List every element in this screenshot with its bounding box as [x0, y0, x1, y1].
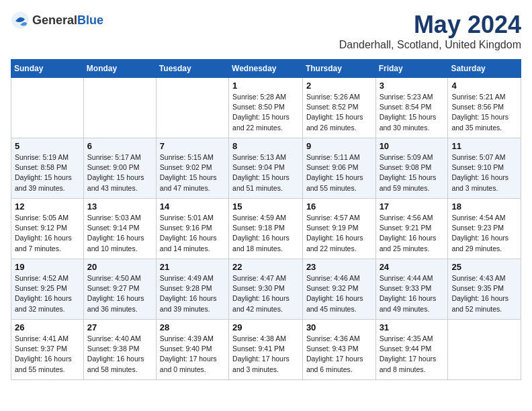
day-number: 20	[87, 262, 152, 272]
day-number: 14	[160, 201, 225, 212]
day-info: Sunrise: 4:47 AM Sunset: 9:30 PM Dayligh…	[232, 273, 299, 314]
calendar-cell: 21Sunrise: 4:49 AM Sunset: 9:28 PM Dayli…	[156, 259, 228, 320]
day-info: Sunrise: 4:35 AM Sunset: 9:44 PM Dayligh…	[380, 334, 445, 375]
calendar-cell	[448, 320, 521, 380]
calendar-cell: 7Sunrise: 5:15 AM Sunset: 9:02 PM Daylig…	[156, 138, 228, 199]
day-info: Sunrise: 5:21 AM Sunset: 8:56 PM Dayligh…	[451, 92, 517, 133]
day-number: 9	[306, 141, 372, 151]
calendar-cell: 28Sunrise: 4:39 AM Sunset: 9:40 PM Dayli…	[156, 320, 228, 380]
logo-blue: Blue	[77, 13, 103, 27]
day-info: Sunrise: 5:05 AM Sunset: 9:12 PM Dayligh…	[15, 213, 80, 254]
calendar-cell: 18Sunrise: 4:54 AM Sunset: 9:23 PM Dayli…	[448, 199, 521, 259]
calendar-cell: 8Sunrise: 5:13 AM Sunset: 9:04 PM Daylig…	[229, 138, 303, 199]
logo-text: GeneralBlue	[32, 13, 103, 28]
day-header-thursday: Thursday	[302, 60, 375, 78]
calendar-week-row: 26Sunrise: 4:41 AM Sunset: 9:37 PM Dayli…	[11, 320, 521, 380]
day-info: Sunrise: 5:15 AM Sunset: 9:02 PM Dayligh…	[160, 152, 225, 193]
day-number: 25	[451, 262, 517, 272]
day-info: Sunrise: 4:56 AM Sunset: 9:21 PM Dayligh…	[380, 213, 445, 254]
calendar-cell: 24Sunrise: 4:44 AM Sunset: 9:33 PM Dayli…	[375, 259, 448, 320]
calendar-table: SundayMondayTuesdayWednesdayThursdayFrid…	[11, 59, 521, 380]
day-number: 3	[380, 81, 445, 91]
day-info: Sunrise: 5:23 AM Sunset: 8:54 PM Dayligh…	[380, 92, 445, 133]
day-info: Sunrise: 4:40 AM Sunset: 9:38 PM Dayligh…	[87, 334, 152, 375]
day-number: 8	[232, 141, 299, 151]
day-info: Sunrise: 4:54 AM Sunset: 9:23 PM Dayligh…	[451, 213, 517, 254]
day-header-sunday: Sunday	[11, 60, 84, 78]
day-number: 23	[306, 262, 372, 272]
day-info: Sunrise: 4:52 AM Sunset: 9:25 PM Dayligh…	[15, 273, 80, 314]
day-number: 4	[451, 81, 517, 91]
day-number: 31	[380, 322, 445, 332]
main-title: May 2024	[339, 11, 521, 39]
day-number: 27	[87, 322, 152, 332]
day-number: 6	[87, 141, 152, 151]
day-number: 5	[15, 141, 80, 151]
day-info: Sunrise: 4:39 AM Sunset: 9:40 PM Dayligh…	[160, 334, 225, 375]
day-number: 1	[232, 81, 299, 91]
calendar-cell: 31Sunrise: 4:35 AM Sunset: 9:44 PM Dayli…	[375, 320, 448, 380]
calendar-cell: 6Sunrise: 5:17 AM Sunset: 9:00 PM Daylig…	[83, 138, 156, 199]
logo-icon	[11, 11, 30, 30]
day-number: 2	[306, 81, 372, 91]
calendar-week-row: 19Sunrise: 4:52 AM Sunset: 9:25 PM Dayli…	[11, 259, 521, 320]
day-number: 16	[306, 201, 372, 212]
calendar-cell: 23Sunrise: 4:46 AM Sunset: 9:32 PM Dayli…	[302, 259, 375, 320]
day-number: 11	[451, 141, 517, 151]
day-number: 19	[15, 262, 80, 272]
calendar-cell: 2Sunrise: 5:26 AM Sunset: 8:52 PM Daylig…	[302, 78, 375, 138]
logo: GeneralBlue	[11, 11, 103, 30]
calendar-header-row: SundayMondayTuesdayWednesdayThursdayFrid…	[11, 60, 521, 78]
page-header: GeneralBlue May 2024 Danderhall, Scotlan…	[11, 11, 521, 51]
calendar-cell: 29Sunrise: 4:38 AM Sunset: 9:41 PM Dayli…	[229, 320, 303, 380]
day-number: 10	[380, 141, 445, 151]
day-info: Sunrise: 4:36 AM Sunset: 9:43 PM Dayligh…	[306, 334, 372, 375]
day-info: Sunrise: 4:59 AM Sunset: 9:18 PM Dayligh…	[232, 213, 299, 254]
day-number: 7	[160, 141, 225, 151]
day-number: 26	[15, 322, 80, 332]
calendar-cell: 16Sunrise: 4:57 AM Sunset: 9:19 PM Dayli…	[302, 199, 375, 259]
day-header-monday: Monday	[83, 60, 156, 78]
calendar-cell: 13Sunrise: 5:03 AM Sunset: 9:14 PM Dayli…	[83, 199, 156, 259]
day-number: 13	[87, 201, 152, 212]
day-info: Sunrise: 5:28 AM Sunset: 8:50 PM Dayligh…	[232, 92, 299, 133]
logo-general: General	[32, 13, 77, 27]
day-info: Sunrise: 5:07 AM Sunset: 9:10 PM Dayligh…	[451, 152, 517, 193]
day-info: Sunrise: 5:13 AM Sunset: 9:04 PM Dayligh…	[232, 152, 299, 193]
calendar-cell: 11Sunrise: 5:07 AM Sunset: 9:10 PM Dayli…	[448, 138, 521, 199]
day-info: Sunrise: 5:26 AM Sunset: 8:52 PM Dayligh…	[306, 92, 372, 133]
calendar-cell: 4Sunrise: 5:21 AM Sunset: 8:56 PM Daylig…	[448, 78, 521, 138]
calendar-cell: 14Sunrise: 5:01 AM Sunset: 9:16 PM Dayli…	[156, 199, 228, 259]
title-section: May 2024 Danderhall, Scotland, United Ki…	[339, 11, 521, 51]
calendar-cell	[11, 78, 84, 138]
calendar-week-row: 5Sunrise: 5:19 AM Sunset: 8:58 PM Daylig…	[11, 138, 521, 199]
calendar-cell: 12Sunrise: 5:05 AM Sunset: 9:12 PM Dayli…	[11, 199, 84, 259]
calendar-cell: 3Sunrise: 5:23 AM Sunset: 8:54 PM Daylig…	[375, 78, 448, 138]
calendar-cell: 15Sunrise: 4:59 AM Sunset: 9:18 PM Dayli…	[229, 199, 303, 259]
day-info: Sunrise: 4:43 AM Sunset: 9:35 PM Dayligh…	[451, 273, 517, 314]
calendar-week-row: 1Sunrise: 5:28 AM Sunset: 8:50 PM Daylig…	[11, 78, 521, 138]
day-header-saturday: Saturday	[448, 60, 521, 78]
day-info: Sunrise: 5:17 AM Sunset: 9:00 PM Dayligh…	[87, 152, 152, 193]
day-number: 22	[232, 262, 299, 272]
calendar-cell: 9Sunrise: 5:11 AM Sunset: 9:06 PM Daylig…	[302, 138, 375, 199]
calendar-cell: 22Sunrise: 4:47 AM Sunset: 9:30 PM Dayli…	[229, 259, 303, 320]
day-info: Sunrise: 4:46 AM Sunset: 9:32 PM Dayligh…	[306, 273, 372, 314]
day-info: Sunrise: 4:44 AM Sunset: 9:33 PM Dayligh…	[380, 273, 445, 314]
day-number: 12	[15, 201, 80, 212]
subtitle: Danderhall, Scotland, United Kingdom	[339, 39, 521, 51]
day-info: Sunrise: 4:57 AM Sunset: 9:19 PM Dayligh…	[306, 213, 372, 254]
day-info: Sunrise: 5:11 AM Sunset: 9:06 PM Dayligh…	[306, 152, 372, 193]
calendar-cell: 30Sunrise: 4:36 AM Sunset: 9:43 PM Dayli…	[302, 320, 375, 380]
day-header-tuesday: Tuesday	[156, 60, 228, 78]
day-info: Sunrise: 5:19 AM Sunset: 8:58 PM Dayligh…	[15, 152, 80, 193]
day-number: 15	[232, 201, 299, 212]
day-number: 29	[232, 322, 299, 332]
day-info: Sunrise: 5:03 AM Sunset: 9:14 PM Dayligh…	[87, 213, 152, 254]
day-info: Sunrise: 4:41 AM Sunset: 9:37 PM Dayligh…	[15, 334, 80, 375]
day-info: Sunrise: 4:38 AM Sunset: 9:41 PM Dayligh…	[232, 334, 299, 375]
day-number: 21	[160, 262, 225, 272]
day-info: Sunrise: 4:49 AM Sunset: 9:28 PM Dayligh…	[160, 273, 225, 314]
day-info: Sunrise: 5:09 AM Sunset: 9:08 PM Dayligh…	[380, 152, 445, 193]
day-info: Sunrise: 4:50 AM Sunset: 9:27 PM Dayligh…	[87, 273, 152, 314]
